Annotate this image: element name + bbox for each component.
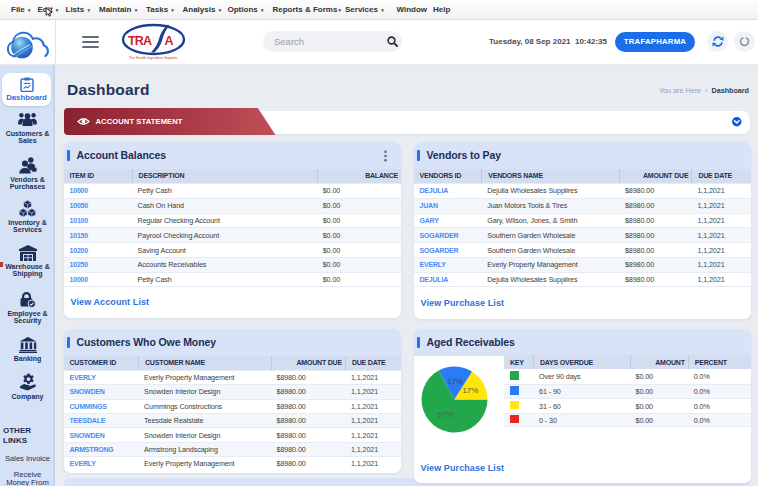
svg-text:17%: 17% [462, 386, 478, 395]
svg-text:A: A [165, 34, 174, 48]
svg-text:The Health Ingredient Supplier: The Health Ingredient Supplier [129, 56, 179, 60]
svg-text:TRA: TRA [128, 34, 152, 48]
svg-text:17%: 17% [447, 377, 463, 386]
svg-text:67%: 67% [437, 409, 453, 418]
